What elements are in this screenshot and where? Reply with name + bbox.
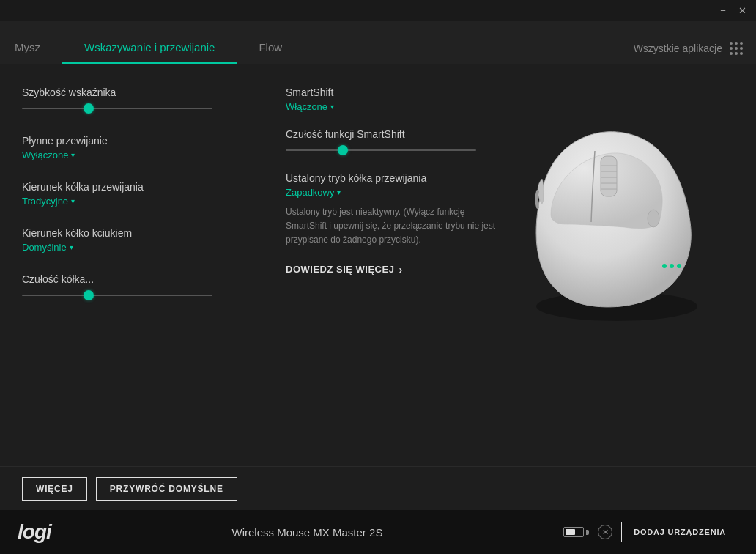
chevron-down-icon: ▾ — [71, 151, 75, 159]
thumb-direction-dropdown[interactable]: Domyślnie ▾ — [22, 242, 256, 253]
smooth-scroll-setting: Płynne przewijanie Wyłączone ▾ — [22, 135, 256, 160]
smartshift-sensitivity-slider[interactable] — [286, 144, 476, 156]
slider-track — [22, 108, 212, 109]
device-name: Wireless Mouse MX Master 2S — [51, 526, 563, 539]
battery-tip — [586, 530, 589, 535]
slider-thumb-2[interactable] — [84, 290, 94, 300]
pointer-speed-setting: Szybkość wskaźnika — [22, 86, 256, 114]
smooth-scroll-dropdown[interactable]: Wyłączone ▾ — [22, 149, 256, 160]
all-apps-button[interactable]: Wszystkie aplikacje — [620, 42, 756, 64]
thumb-direction-setting: Kierunek kółko kciukiem Domyślnie ▾ — [22, 227, 256, 253]
main-content: Szybkość wskaźnika Płynne przewijanie Wy… — [0, 64, 756, 466]
footer-right: ✕ DODAJ URZĄDZENIA — [563, 522, 738, 542]
tab-wskazywanie[interactable]: Wskazywanie i przewijanie — [62, 41, 237, 64]
svg-point-9 — [677, 264, 681, 268]
close-button[interactable]: ✕ — [734, 2, 750, 18]
slider-track-2 — [22, 295, 212, 296]
battery-icon — [563, 527, 589, 537]
grid-icon — [730, 42, 743, 55]
svg-point-10 — [648, 210, 659, 227]
slider-thumb[interactable] — [84, 103, 94, 114]
scroll-mode-value: Zapadkowy — [286, 187, 334, 198]
bottom-bar: WIĘCEJ PRZYWRÓĆ DOMYŚLNE — [0, 466, 756, 510]
scroll-direction-setting: Kierunek kółka przewijania Tradycyjne ▾ — [22, 181, 256, 207]
left-column: Szybkość wskaźnika Płynne przewijanie Wy… — [22, 86, 256, 451]
restore-defaults-button[interactable]: PRZYWRÓĆ DOMYŚLNE — [96, 477, 237, 501]
slider-track-3 — [286, 149, 476, 151]
title-bar: − ✕ — [0, 0, 756, 21]
more-button[interactable]: WIĘCEJ — [22, 477, 87, 501]
sensitivity-setting: Czułość kółka... — [22, 273, 256, 301]
nav-tabs: Mysz Wskazywanie i przewijanie Flow — [0, 21, 620, 64]
smooth-scroll-label: Płynne przewijanie — [22, 135, 256, 147]
scroll-direction-value: Tradycyjne — [22, 196, 68, 207]
all-apps-label: Wszystkie aplikacje — [634, 43, 722, 54]
chevron-down-icon-2: ▾ — [71, 197, 75, 205]
arrow-right-icon: › — [399, 264, 402, 276]
slider-thumb-3[interactable] — [338, 145, 348, 155]
tab-flow[interactable]: Flow — [237, 41, 304, 64]
svg-point-8 — [670, 264, 674, 268]
mouse-image-area — [463, 64, 741, 358]
svg-rect-1 — [601, 156, 617, 196]
tab-mysz[interactable]: Mysz — [0, 41, 62, 64]
chevron-down-icon-4: ▾ — [330, 103, 334, 111]
chevron-down-icon-5: ▾ — [337, 188, 341, 196]
minimize-button[interactable]: − — [715, 2, 731, 18]
add-device-button[interactable]: DODAJ URZĄDZENIA — [621, 522, 738, 542]
battery-body — [563, 527, 584, 537]
thumb-direction-value: Domyślnie — [22, 242, 67, 253]
settings-icon[interactable]: ✕ — [598, 525, 612, 539]
footer: logi Wireless Mouse MX Master 2S ✕ DODAJ… — [0, 510, 756, 554]
pointer-speed-label: Szybkość wskaźnika — [22, 86, 256, 98]
svg-point-7 — [662, 264, 667, 268]
sensitivity-slider[interactable] — [22, 289, 212, 301]
chevron-down-icon-3: ▾ — [70, 243, 73, 251]
sensitivity-label: Czułość kółka... — [22, 273, 256, 285]
thumb-direction-label: Kierunek kółko kciukiem — [22, 227, 256, 239]
smartshift-value: Włączone — [286, 101, 327, 112]
learn-more-label: DOWIEDZ SIĘ WIĘCEJ — [286, 264, 394, 275]
logi-logo: logi — [18, 520, 51, 544]
scroll-direction-label: Kierunek kółka przewijania — [22, 181, 256, 193]
header: Mysz Wskazywanie i przewijanie Flow Wszy… — [0, 21, 756, 64]
pointer-speed-slider[interactable] — [22, 103, 212, 114]
smooth-scroll-value: Wyłączone — [22, 149, 68, 160]
battery-fill — [566, 529, 575, 535]
mouse-image — [478, 86, 727, 336]
scroll-direction-dropdown[interactable]: Tradycyjne ▾ — [22, 196, 256, 207]
